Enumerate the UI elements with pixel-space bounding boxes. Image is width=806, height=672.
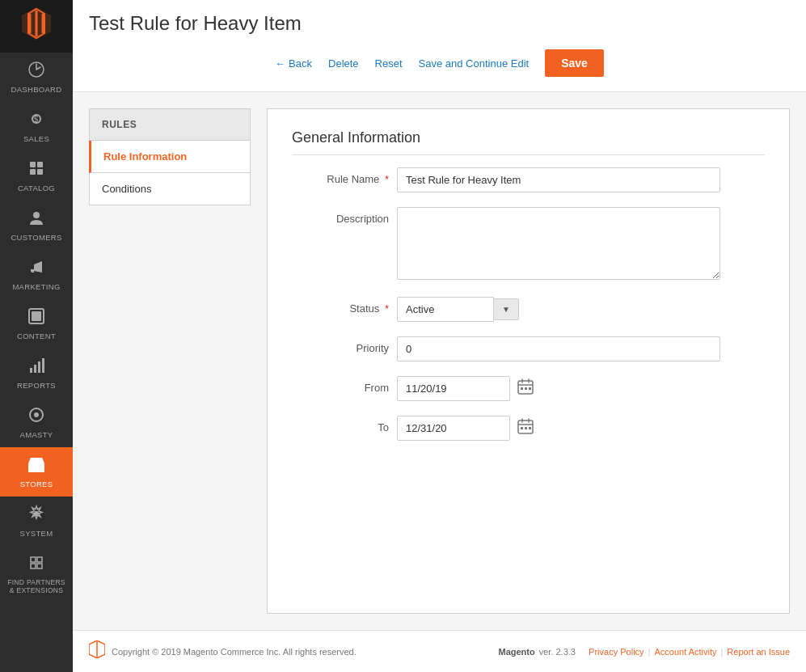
footer-account-activity[interactable]: Account Activity [654,647,716,657]
content-area: RULES Rule Information Conditions Genera… [73,92,806,630]
to-row: To [292,416,765,441]
svg-rect-14 [42,358,44,373]
sidebar-logo [0,0,73,53]
from-label: From [292,376,389,394]
sidebar-item-dashboard-label: DASHBOARD [11,85,62,94]
page-footer: Copyright © 2019 Magento Commerce Inc. A… [73,630,806,672]
rules-nav-item-rule-information[interactable]: Rule Information [89,141,251,173]
rule-name-label: Rule Name * [292,167,389,185]
sidebar-item-amasty[interactable]: AMASTY [0,398,73,447]
sidebar: DASHBOARD $ SALES CATALOG [0,0,73,672]
status-row: Status * ActiveInactive ▼ [292,297,765,322]
system-icon [27,505,45,526]
status-control: ActiveInactive ▼ [397,297,720,322]
sidebar-item-sales[interactable]: $ SALES [0,102,73,151]
dashboard-icon [27,61,45,82]
page-actions: ← Back Delete Reset Save and Continue Ed… [89,43,790,83]
footer-links: Magento ver. 2.3.3 Privacy Policy | Acco… [498,647,790,657]
marketing-icon [27,258,45,280]
sidebar-item-reports[interactable]: REPORTS [0,349,73,398]
svg-rect-5 [37,162,43,167]
svg-rect-23 [529,387,531,390]
status-wrapper: ActiveInactive ▼ [397,297,720,322]
footer-separator-2: | [720,647,723,657]
to-calendar-icon[interactable] [517,417,534,439]
svg-rect-6 [30,169,36,175]
page-header: Test Rule for Heavy Item ← Back Delete R… [73,0,806,92]
catalog-icon [27,159,45,181]
sidebar-item-dashboard[interactable]: DASHBOARD [0,53,73,102]
customers-icon [27,209,45,230]
svg-rect-7 [37,169,43,175]
sidebar-item-amasty-label: AMASTY [20,430,53,439]
stores-icon [27,455,45,477]
svg-rect-25 [521,427,523,429]
sidebar-item-stores-label: STORES [20,480,53,488]
section-title: General Information [292,129,765,155]
save-continue-button[interactable]: Save and Continue Edit [419,57,530,70]
footer-privacy-policy[interactable]: Privacy Policy [589,647,644,657]
sidebar-item-system[interactable]: SYSTEM [0,497,73,546]
priority-input[interactable] [397,336,720,361]
sidebar-item-reports-label: REPORTS [17,381,56,390]
sidebar-item-stores[interactable]: STORES [0,447,73,497]
from-calendar-icon[interactable] [517,378,534,399]
rule-name-row: Rule Name * [292,167,765,192]
footer-report-issue[interactable]: Report an Issue [727,647,790,657]
sidebar-item-sales-label: SALES [23,134,49,143]
svg-rect-18 [34,466,39,472]
sidebar-item-content[interactable]: CONTENT [0,299,73,349]
sidebar-item-marketing[interactable]: MARKETING [0,250,73,299]
reset-button[interactable]: Reset [375,57,403,70]
sidebar-item-system-label: SYSTEM [20,529,53,538]
priority-control [397,336,720,361]
back-arrow-icon: ← [275,57,285,70]
find-partners-icon [27,554,45,576]
status-dropdown-button[interactable]: ▼ [494,298,519,320]
form-panel: General Information Rule Name * Descript… [267,108,790,614]
rule-name-required: * [385,173,389,185]
rules-nav-item-conditions[interactable]: Conditions [89,173,251,205]
delete-button[interactable]: Delete [328,57,359,70]
rule-name-input[interactable] [397,167,720,192]
from-date-input[interactable] [397,376,510,401]
footer-magento-label: Magento [498,647,534,657]
rules-nav-header: RULES [89,108,251,141]
footer-magento-icon [89,640,105,662]
svg-rect-10 [32,311,41,321]
svg-rect-4 [30,162,36,167]
sidebar-item-catalog[interactable]: CATALOG [0,151,73,201]
svg-rect-26 [525,427,527,429]
rules-nav: RULES Rule Information Conditions [89,108,251,614]
svg-rect-27 [529,427,531,429]
back-button[interactable]: ← Back [275,57,312,70]
sales-icon: $ [27,110,45,132]
to-date-input[interactable] [397,416,510,441]
svg-rect-21 [521,387,523,390]
status-select[interactable]: ActiveInactive [397,297,494,322]
from-row: From [292,376,765,401]
status-label: Status * [292,297,389,315]
description-input[interactable] [397,207,720,280]
sidebar-item-content-label: CONTENT [17,332,56,340]
svg-rect-12 [34,365,36,373]
footer-separator-1: | [648,647,651,657]
svg-text:$: $ [33,114,38,124]
sidebar-item-catalog-label: CATALOG [18,184,55,192]
main-area: Test Rule for Heavy Item ← Back Delete R… [73,0,806,672]
sidebar-item-find-partners-label: FIND PARTNERS & EXTENSIONS [4,578,69,594]
sidebar-item-customers-label: CUSTOMERS [11,233,61,242]
description-label: Description [292,207,389,225]
save-button[interactable]: Save [545,49,604,77]
to-control [397,416,720,441]
svg-rect-22 [525,387,527,390]
sidebar-item-find-partners[interactable]: FIND PARTNERS & EXTENSIONS [0,546,73,602]
to-label: To [292,416,389,433]
sidebar-item-customers[interactable]: CUSTOMERS [0,201,73,250]
footer-copyright: Copyright © 2019 Magento Commerce Inc. A… [112,647,357,657]
svg-point-16 [34,412,39,417]
svg-point-8 [33,212,40,218]
rule-name-control [397,167,720,192]
svg-rect-13 [38,361,40,373]
description-row: Description [292,207,765,282]
